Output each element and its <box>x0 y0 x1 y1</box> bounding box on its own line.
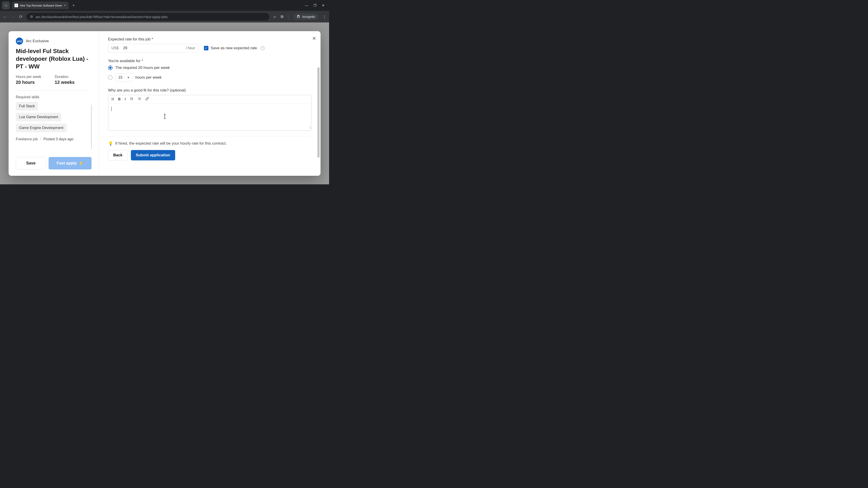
extensions-icon[interactable]: ⧉ <box>281 15 283 19</box>
save-rate-checkbox[interactable]: ✓ <box>204 46 209 51</box>
text-cursor-icon <box>162 113 167 121</box>
rate-suffix: / hour <box>186 46 195 50</box>
svg-text:3: 3 <box>138 99 138 100</box>
back-button[interactable]: Back <box>108 150 128 160</box>
radio-custom-hours[interactable] <box>108 75 113 80</box>
fit-textarea[interactable]: /// <box>108 103 311 131</box>
editor-bold-icon[interactable]: B <box>118 97 121 101</box>
window-close-icon[interactable]: ✕ <box>322 4 324 7</box>
rate-input[interactable]: US$ 29 / hour <box>108 44 198 53</box>
hours-value: 20 hours <box>16 80 41 85</box>
fit-label: Why are you a good fit for this role? (o… <box>108 88 311 93</box>
skill-chip: Game Engine Development <box>16 124 67 132</box>
radio-required-hours[interactable] <box>108 66 113 70</box>
skill-chip: Lua Game Development <box>16 113 61 121</box>
resize-handle-icon[interactable]: /// <box>309 127 311 129</box>
browser-menu-icon[interactable]: ⋮ <box>323 15 327 19</box>
bookmark-star-icon[interactable]: ☆ <box>273 15 276 19</box>
availability-label: You're available for * <box>108 59 311 63</box>
rate-currency: US$ <box>112 46 119 50</box>
tab-title: Hire Top Remote Software Deve <box>20 4 62 7</box>
help-icon[interactable]: ? <box>260 46 265 50</box>
scroll-down-icon[interactable]: ▼ <box>91 150 92 153</box>
browser-tab-strip: ✓ Hire Top Remote Software Deve × + — ❐ … <box>0 0 329 11</box>
duration-value: 12 weeks <box>55 80 74 85</box>
editor-numbered-list-icon[interactable]: 123 <box>138 97 141 101</box>
save-rate-label: Save as new expected rate <box>211 46 257 51</box>
browser-toolbar: ← → ⟳ ⚙ arc.dev/dashboard/d/verified-job… <box>0 11 329 23</box>
scroll-up-icon[interactable]: ▲ <box>91 75 92 77</box>
posted-time: Posted 3 days ago <box>43 137 73 141</box>
new-tab-button[interactable]: + <box>70 3 77 8</box>
url-text: arc.dev/dashboard/d/verified-jobs/kdb78f… <box>36 15 168 19</box>
site-settings-icon[interactable]: ⚙ <box>30 15 33 19</box>
url-bar[interactable]: ⚙ arc.dev/dashboard/d/verified-jobs/kdb7… <box>26 13 270 21</box>
hours-label: Hours per week <box>16 75 41 79</box>
application-form: Expected rate for this job * US$ 29 / ho… <box>99 31 320 176</box>
window-maximize-icon[interactable]: ❐ <box>313 4 316 7</box>
submit-application-button[interactable]: Submit application <box>131 150 175 160</box>
sidebar-scrollbar[interactable] <box>91 104 92 149</box>
rate-value: 29 <box>123 46 186 51</box>
modal-close-icon[interactable]: × <box>312 35 316 42</box>
save-button[interactable]: Save <box>16 157 46 169</box>
svg-point-0 <box>5 4 7 6</box>
hint-text: If hired, the expected rate will be your… <box>115 141 227 146</box>
svg-line-1 <box>6 6 7 7</box>
lightbulb-icon: 💡 <box>108 141 113 146</box>
editor-italic-icon[interactable]: I <box>125 97 126 101</box>
job-type: Freelance job <box>16 137 38 141</box>
company-name: Arc Exclusive <box>26 39 49 43</box>
form-scrollbar[interactable] <box>317 67 320 158</box>
custom-hours-dropdown[interactable]: 15 ▼ <box>115 73 133 82</box>
editor-link-icon[interactable] <box>145 97 149 101</box>
lightning-icon: ⚡ <box>79 161 84 166</box>
tab-close-icon[interactable]: × <box>64 3 66 7</box>
modal-overlay: × arc() Arc Exclusive Mid-level Ful Stac… <box>0 23 329 184</box>
company-logo: arc() <box>16 37 23 45</box>
tab-search-button[interactable] <box>2 1 10 9</box>
nav-reload-icon[interactable]: ⟳ <box>19 14 23 20</box>
fit-editor: H B I 123 <box>108 95 311 131</box>
svg-point-4 <box>130 98 131 99</box>
application-modal: × arc() Arc Exclusive Mid-level Ful Stac… <box>8 31 320 176</box>
tab-favicon: ✓ <box>14 4 18 7</box>
rate-label: Expected rate for this job * <box>108 37 311 41</box>
nav-forward-icon: → <box>11 14 16 20</box>
custom-hours-suffix: hours per week <box>135 75 162 80</box>
chevron-down-icon: ▼ <box>127 76 130 79</box>
svg-point-6 <box>130 99 131 100</box>
job-summary-sidebar: arc() Arc Exclusive Mid-level Ful Stack … <box>8 31 99 176</box>
job-title: Mid-level Ful Stack developoer (Roblox L… <box>16 47 92 70</box>
fast-apply-button[interactable]: Fast apply ⚡ <box>49 157 92 169</box>
skills-label: Required skills <box>16 95 89 99</box>
browser-tab[interactable]: ✓ Hire Top Remote Software Deve × <box>12 2 69 9</box>
incognito-badge[interactable]: Incognito <box>293 13 318 20</box>
skill-chip: Full Stack <box>16 102 38 110</box>
radio-required-label: The required 20 hours per week <box>115 66 170 70</box>
window-minimize-icon[interactable]: — <box>305 4 308 7</box>
nav-back-icon[interactable]: ← <box>3 14 7 20</box>
duration-label: Duration <box>55 75 74 79</box>
editor-heading-icon[interactable]: H <box>112 97 114 101</box>
editor-bullet-list-icon[interactable] <box>130 97 133 101</box>
